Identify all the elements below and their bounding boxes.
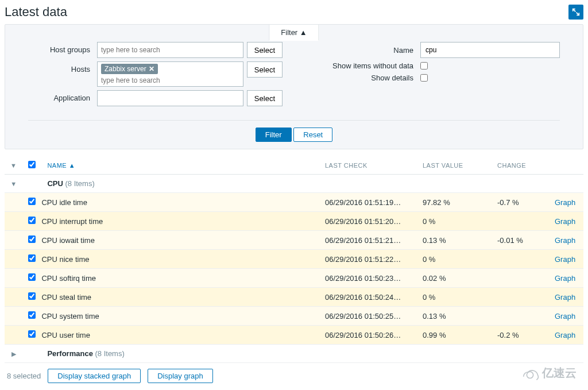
row-checkbox[interactable]: [28, 235, 36, 243]
item-last-value: 0 %: [417, 250, 492, 269]
fullscreen-button[interactable]: [568, 5, 583, 20]
item-name: CPU nice time: [41, 250, 319, 269]
group-count: (8 Items): [95, 349, 125, 358]
application-select-button[interactable]: Select: [247, 90, 283, 106]
graph-link[interactable]: Graph: [555, 312, 575, 321]
group-row: ▼ CPU (8 Items): [5, 175, 583, 193]
graph-link[interactable]: Graph: [555, 236, 575, 245]
row-checkbox[interactable]: [28, 217, 36, 224]
header-last-value: LAST VALUE: [417, 156, 492, 175]
row-checkbox[interactable]: [28, 311, 36, 319]
item-name: CPU system time: [41, 307, 319, 326]
page-title: Latest data: [5, 5, 67, 20]
filter-apply-button[interactable]: Filter: [256, 128, 292, 142]
hosts-tag-remove-icon[interactable]: ✕: [149, 65, 154, 73]
item-last-value: 0.13 %: [417, 231, 492, 250]
filter-panel: Filter ▲ Host groups Select Hosts: [5, 24, 583, 149]
item-last-value: 97.82 %: [417, 193, 492, 212]
item-change: [492, 307, 549, 326]
item-last-value: 0.02 %: [417, 269, 492, 288]
table-row: CPU interrupt time 06/29/2016 01:51:20… …: [5, 212, 583, 231]
item-last-value: 0.99 %: [417, 326, 492, 345]
svg-point-0: [527, 372, 533, 378]
chevron-right-icon[interactable]: ▶: [11, 350, 16, 358]
item-last-value: 0 %: [417, 212, 492, 231]
table-row: CPU nice time 06/29/2016 01:51:22… 0 % G…: [5, 250, 583, 269]
item-last-check: 06/29/2016 01:50:23…: [319, 269, 417, 288]
group-name: CPU: [47, 179, 63, 188]
group-name: Performance: [47, 349, 92, 358]
hosts-input[interactable]: Zabbix server ✕: [97, 61, 243, 87]
show-details-label: Show details: [305, 74, 420, 82]
graph-link[interactable]: Graph: [555, 198, 575, 207]
header-name[interactable]: NAME ▲: [41, 156, 319, 175]
host-groups-select-button[interactable]: Select: [247, 42, 283, 58]
item-change: [492, 250, 549, 269]
graph-link[interactable]: Graph: [555, 331, 575, 339]
graph-link[interactable]: Graph: [555, 293, 575, 302]
item-change: [492, 212, 549, 231]
filter-reset-button[interactable]: Reset: [293, 128, 332, 142]
graph-link[interactable]: Graph: [555, 255, 575, 264]
item-last-value: 0 %: [417, 288, 492, 307]
show-without-data-checkbox[interactable]: [420, 62, 428, 69]
header-name-text: NAME: [47, 162, 67, 169]
hosts-select-button[interactable]: Select: [247, 61, 283, 78]
show-details-checkbox[interactable]: [420, 74, 428, 82]
application-input[interactable]: [97, 90, 243, 106]
show-without-data-label: Show items without data: [305, 61, 420, 70]
selected-count: 8 selected: [5, 372, 41, 380]
watermark-text: 亿速云: [542, 365, 577, 381]
data-table: ▼ NAME ▲ LAST CHECK LAST VALUE CHANGE ▼ …: [5, 156, 583, 363]
row-checkbox[interactable]: [28, 273, 36, 281]
header-change: CHANGE: [492, 156, 549, 175]
host-groups-label: Host groups: [28, 42, 97, 54]
select-all-checkbox[interactable]: [28, 161, 36, 168]
item-change: [492, 288, 549, 307]
chevron-down-icon[interactable]: ▼: [10, 180, 17, 187]
application-label: Application: [28, 90, 97, 102]
table-row: CPU system time 06/29/2016 01:50:25… 0.1…: [5, 307, 583, 326]
row-checkbox[interactable]: [28, 292, 36, 300]
table-row: CPU steal time 06/29/2016 01:50:24… 0 % …: [5, 288, 583, 307]
hosts-label: Hosts: [28, 61, 97, 74]
hosts-search[interactable]: [101, 76, 239, 84]
filter-toggle-tab[interactable]: Filter ▲: [269, 24, 319, 41]
group-count: (8 Items): [65, 179, 94, 188]
item-last-check: 06/29/2016 01:51:20…: [319, 212, 417, 231]
host-groups-input[interactable]: [97, 42, 243, 58]
watermark-icon: [520, 366, 540, 380]
graph-link[interactable]: Graph: [555, 217, 575, 226]
item-name: CPU interrupt time: [41, 212, 319, 231]
hosts-tag: Zabbix server ✕: [101, 64, 158, 74]
item-name: CPU steal time: [41, 288, 319, 307]
row-checkbox[interactable]: [28, 198, 36, 205]
row-checkbox[interactable]: [28, 330, 36, 338]
name-input[interactable]: [420, 42, 560, 58]
row-checkbox[interactable]: [28, 254, 36, 262]
item-change: -0.01 %: [492, 231, 549, 250]
item-name: CPU iowait time: [41, 231, 319, 250]
table-row: CPU iowait time 06/29/2016 01:51:21… 0.1…: [5, 231, 583, 250]
item-name: CPU idle time: [41, 193, 319, 212]
name-label: Name: [305, 46, 420, 55]
item-name: CPU user time: [41, 326, 319, 345]
graph-link[interactable]: Graph: [555, 274, 575, 283]
item-last-check: 06/29/2016 01:51:19…: [319, 193, 417, 212]
hosts-tag-label: Zabbix server: [105, 65, 146, 73]
header-last-check: LAST CHECK: [319, 156, 417, 175]
item-change: -0.2 %: [492, 326, 549, 345]
collapse-all-icon[interactable]: ▼: [10, 162, 17, 169]
item-last-value: 0.13 %: [417, 307, 492, 326]
item-change: [492, 269, 549, 288]
table-row: CPU user time 06/29/2016 01:50:26… 0.99 …: [5, 326, 583, 345]
display-stacked-graph-button[interactable]: Display stacked graph: [48, 369, 141, 383]
item-last-check: 06/29/2016 01:50:26…: [319, 326, 417, 345]
item-name: CPU softirq time: [41, 269, 319, 288]
host-groups-search[interactable]: [101, 46, 239, 54]
item-last-check: 06/29/2016 01:51:21…: [319, 231, 417, 250]
table-row: CPU idle time 06/29/2016 01:51:19… 97.82…: [5, 193, 583, 212]
sort-arrow-icon: ▲: [69, 162, 75, 169]
item-last-check: 06/29/2016 01:51:22…: [319, 250, 417, 269]
display-graph-button[interactable]: Display graph: [148, 369, 213, 383]
